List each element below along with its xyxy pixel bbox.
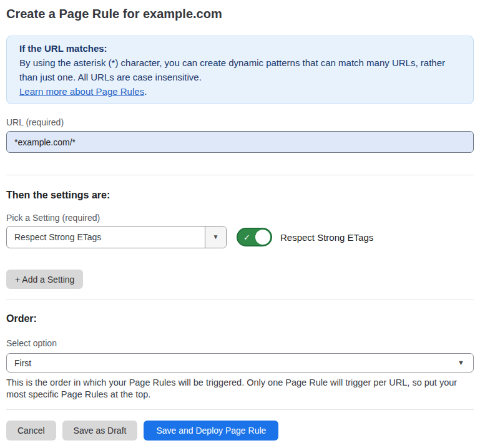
page-title: Create a Page Rule for example.com — [6, 6, 474, 21]
setting-select[interactable]: Respect Strong ETags ▼ — [6, 226, 227, 248]
url-match-info-box: If the URL matches: By using the asteris… — [6, 36, 474, 104]
section-divider — [6, 299, 474, 299]
create-page-rule-form: Create a Page Rule for example.com If th… — [6, 6, 474, 441]
setting-toggle[interactable]: ✓ — [237, 228, 272, 246]
toggle-knob — [255, 230, 270, 245]
footer-divider — [6, 409, 474, 410]
settings-heading: Then the settings are: — [6, 188, 474, 202]
setting-select-arrow-button[interactable]: ▼ — [205, 226, 226, 248]
order-help-text: This is the order in which your Page Rul… — [6, 377, 474, 401]
order-heading: Order: — [6, 312, 474, 325]
info-box-body: By using the asterisk (*) character, you… — [19, 56, 461, 84]
cancel-button[interactable]: Cancel — [6, 421, 56, 441]
check-icon: ✓ — [243, 233, 250, 241]
chevron-down-icon: ▼ — [458, 359, 473, 366]
chevron-down-icon: ▼ — [213, 234, 219, 240]
setting-select-value: Respect Strong ETags — [7, 232, 205, 242]
pick-setting-label: Pick a Setting (required) — [6, 213, 474, 223]
setting-row: Respect Strong ETags ▼ ✓ Respect Strong … — [6, 226, 474, 248]
save-deploy-button[interactable]: Save and Deploy Page Rule — [144, 421, 278, 441]
save-draft-button[interactable]: Save as Draft — [62, 421, 138, 441]
learn-more-link[interactable]: Learn more about Page Rules — [19, 86, 144, 97]
order-select-value: First — [7, 358, 458, 368]
footer-actions: Cancel Save as Draft Save and Deploy Pag… — [6, 421, 474, 441]
section-divider — [6, 175, 474, 175]
add-setting-button[interactable]: + Add a Setting — [6, 270, 83, 289]
info-box-link-line: Learn more about Page Rules. — [19, 84, 461, 99]
url-label: URL (required) — [6, 117, 474, 128]
url-input[interactable] — [6, 131, 474, 153]
setting-toggle-label: Respect Strong ETags — [280, 232, 373, 243]
select-option-label: Select option — [6, 338, 474, 349]
link-period: . — [144, 86, 147, 97]
info-box-heading: If the URL matches: — [19, 41, 461, 56]
order-select[interactable]: First ▼ — [6, 353, 474, 373]
